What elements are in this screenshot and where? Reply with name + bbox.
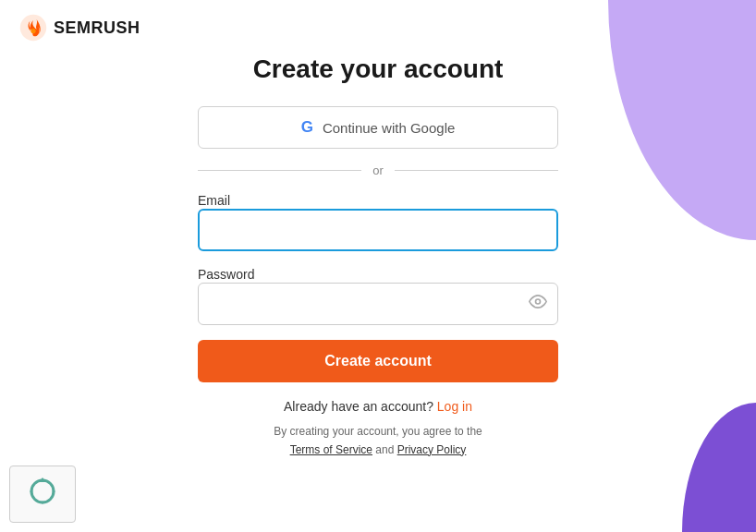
email-input[interactable] (198, 209, 558, 251)
terms-of-service-link[interactable]: Terms of Service (290, 443, 372, 456)
password-field-group: Password (198, 266, 558, 325)
main-content: Create your account G Continue with Goog… (0, 0, 756, 532)
password-label: Password (198, 267, 254, 282)
terms-prefix: By creating your account, you agree to t… (274, 425, 482, 438)
recaptcha-box[interactable] (9, 466, 76, 523)
or-line-right (395, 170, 558, 171)
password-wrapper (198, 283, 558, 325)
or-line-left (198, 170, 361, 171)
email-label: Email (198, 193, 230, 208)
login-link[interactable]: Log in (437, 399, 472, 414)
form-container: Create your account G Continue with Goog… (198, 54, 558, 458)
or-divider: or (198, 163, 558, 177)
login-prompt-text: Already have an account? (284, 399, 433, 414)
or-text: or (372, 163, 384, 177)
page-title: Create your account (198, 54, 558, 84)
email-field-group: Email (198, 192, 558, 251)
terms-and: and (375, 443, 396, 456)
login-row: Already have an account? Log in (198, 399, 558, 414)
terms-text: By creating your account, you agree to t… (198, 423, 558, 458)
password-input[interactable] (198, 283, 558, 325)
toggle-password-icon[interactable] (529, 293, 547, 316)
svg-point-2 (536, 299, 541, 304)
privacy-policy-link[interactable]: Privacy Policy (397, 443, 467, 456)
google-button-label: Continue with Google (323, 120, 455, 136)
google-icon: G (301, 118, 313, 137)
google-signin-button[interactable]: G Continue with Google (198, 106, 558, 149)
recaptcha-icon (26, 475, 59, 514)
create-account-button[interactable]: Create account (198, 340, 558, 382)
